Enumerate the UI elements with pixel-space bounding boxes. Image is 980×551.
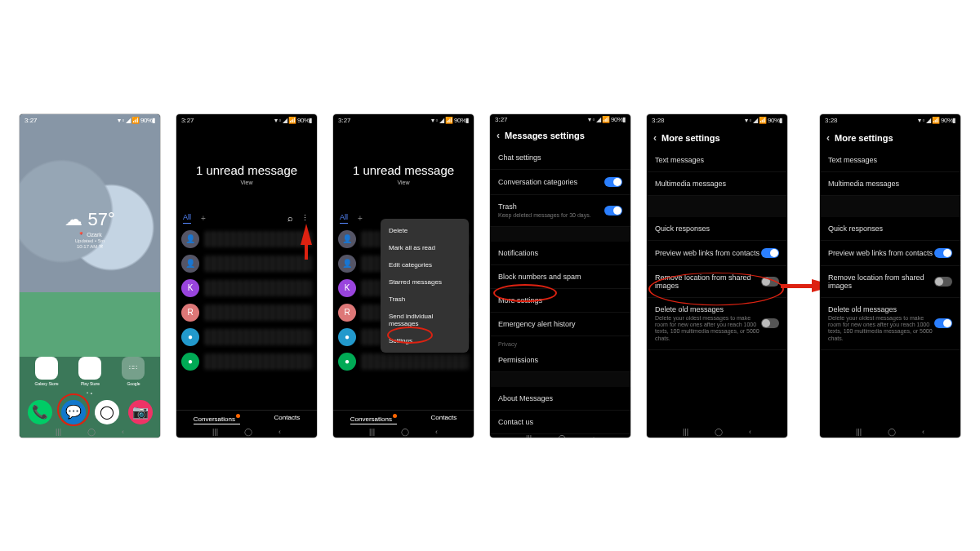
view-button[interactable]: View (176, 180, 317, 185)
menu-mark-read[interactable]: Mark all as read (381, 239, 469, 256)
nav-home[interactable]: ◯ (87, 428, 96, 436)
panel-messages-list: 3:27▾ ▫ ◢ 📶 90%▮ 1 unread message View A… (176, 114, 317, 438)
nav-back[interactable]: ‹ (122, 428, 124, 436)
row-conversation-categories[interactable]: Conversation categories (490, 170, 630, 195)
row-remove-location[interactable]: Remove location from shared images (820, 266, 960, 298)
view-button[interactable]: View (333, 180, 474, 185)
menu-edit-cats[interactable]: Edit categories (381, 256, 469, 273)
row-delete-old[interactable]: Delete old messagesDelete your oldest me… (820, 298, 960, 351)
panel-messages-menu: 3:27▾ ▫ ◢ 📶 90%▮ 1 unread message View A… (333, 114, 474, 438)
status-time: 3:27 (181, 117, 194, 124)
panel-home: 3:27 ▾ ▫ ◢ 📶 90%▮ ☁ 57° 📍 Ozark Updated … (20, 114, 160, 438)
row-quick-responses[interactable]: Quick responses (820, 217, 960, 241)
toggle-preview[interactable] (934, 248, 952, 258)
back-icon[interactable]: ‹ (826, 132, 830, 144)
page-title: More settings (662, 133, 720, 143)
row-preview-links[interactable]: Preview web links from contacts (820, 241, 960, 266)
dock-phone[interactable]: 📞 (28, 400, 52, 424)
app-google-folder[interactable]: ∷∷Google (122, 357, 145, 386)
toggle-categories[interactable] (604, 177, 622, 187)
status-time: 3:27 (24, 117, 38, 124)
toggle-preview[interactable] (761, 248, 779, 258)
row-text-messages[interactable]: Text messages (820, 149, 960, 172)
annotation-circle (493, 284, 557, 302)
annotation-arrow-line (781, 284, 813, 288)
row-quick-responses[interactable]: Quick responses (647, 217, 787, 241)
section-privacy: Privacy (490, 336, 630, 349)
status-time: 3:27 (495, 116, 508, 123)
panel-more-settings-on: 3:28▾ ▫ ◢ 📶 90%▮ ‹ More settings Text me… (820, 114, 960, 438)
app-galaxy-store[interactable]: 🛍Galaxy Store (35, 357, 59, 386)
add-tab[interactable]: + (201, 214, 206, 223)
row-emergency-history[interactable]: Emergency alert history (490, 313, 630, 336)
back-icon[interactable]: ‹ (653, 132, 657, 144)
row-trash[interactable]: TrashKeep deleted messages for 30 days. (490, 195, 630, 227)
menu-delete[interactable]: Delete (381, 222, 469, 239)
toggle-remove-location[interactable] (934, 277, 952, 287)
app-play-store[interactable]: ▶Play Store (78, 357, 101, 386)
page-title: More settings (835, 133, 893, 143)
list-item[interactable]: ● (336, 349, 470, 374)
annotation-circle (387, 327, 433, 344)
row-permissions[interactable]: Permissions (490, 349, 630, 372)
page-title: Messages settings (505, 131, 585, 140)
status-right: ▾ ▫ ◢ 📶 90%▮ (118, 117, 155, 124)
list-item[interactable]: ● (180, 325, 314, 349)
dock-camera[interactable]: 📷 (128, 400, 153, 424)
row-text-messages[interactable]: Text messages (647, 149, 787, 172)
add-tab[interactable]: + (358, 214, 363, 223)
row-chat-settings[interactable]: Chat settings (490, 146, 630, 170)
toggle-trash[interactable] (604, 206, 622, 216)
list-item[interactable]: R (180, 300, 314, 325)
toggle-delete-old[interactable] (934, 318, 952, 328)
back-icon[interactable]: ‹ (497, 130, 500, 141)
list-item[interactable]: K (180, 276, 314, 300)
annotation-circle (648, 272, 784, 305)
tab-conversations[interactable]: Conversations (350, 414, 397, 424)
tab-contacts[interactable]: Contacts (274, 414, 301, 424)
tab-contacts[interactable]: Contacts (431, 414, 457, 424)
tab-all[interactable]: All (183, 213, 191, 224)
time-label: 10:17 AM ⚒ (20, 243, 160, 249)
status-time: 3:28 (825, 117, 838, 124)
row-multimedia-messages[interactable]: Multimedia messages (647, 172, 787, 196)
search-icon[interactable]: ⌕ (287, 213, 293, 223)
status-time: 3:27 (338, 117, 351, 124)
list-item[interactable]: 👤 (180, 227, 314, 251)
panel-messages-settings: 3:27▾ ▫ ◢ 📶 90%▮ ‹ Messages settings Cha… (490, 114, 630, 438)
row-contact-us[interactable]: Contact us (490, 411, 630, 434)
weather-widget[interactable]: ☁ 57° 📍 Ozark Updated • 5m 10:17 AM ⚒ (20, 209, 160, 249)
list-item[interactable]: 👤 (180, 251, 314, 276)
panel-more-settings-off: 3:28▾ ▫ ◢ 📶 90%▮ ‹ More settings Text me… (647, 114, 787, 438)
unread-title: 1 unread message (333, 163, 474, 177)
tab-conversations[interactable]: Conversations (194, 414, 240, 424)
nav-recent[interactable]: ||| (56, 428, 61, 436)
unread-title: 1 unread message (176, 163, 317, 177)
row-multimedia-messages[interactable]: Multimedia messages (820, 172, 960, 196)
menu-starred[interactable]: Starred messages (381, 273, 469, 291)
status-right: ▾ ▫ ◢ 📶 90%▮ (274, 117, 312, 124)
temperature: ☁ 57° (20, 209, 160, 230)
menu-trash[interactable]: Trash (381, 291, 469, 308)
row-preview-links[interactable]: Preview web links from contacts (647, 241, 787, 266)
location: 📍 Ozark (20, 232, 160, 238)
dock-chrome[interactable]: ◯ (95, 400, 119, 424)
dock-messages[interactable]: 💬 (61, 400, 86, 424)
row-notifications[interactable]: Notifications (490, 242, 630, 265)
toggle-delete-old[interactable] (761, 318, 779, 328)
annotation-arrow (301, 224, 312, 245)
status-time: 3:28 (652, 117, 665, 124)
list-item[interactable]: ● (180, 349, 314, 374)
more-icon[interactable]: ⋮ (300, 214, 310, 222)
tab-all[interactable]: All (340, 213, 348, 224)
row-about[interactable]: About Messages (490, 387, 630, 411)
